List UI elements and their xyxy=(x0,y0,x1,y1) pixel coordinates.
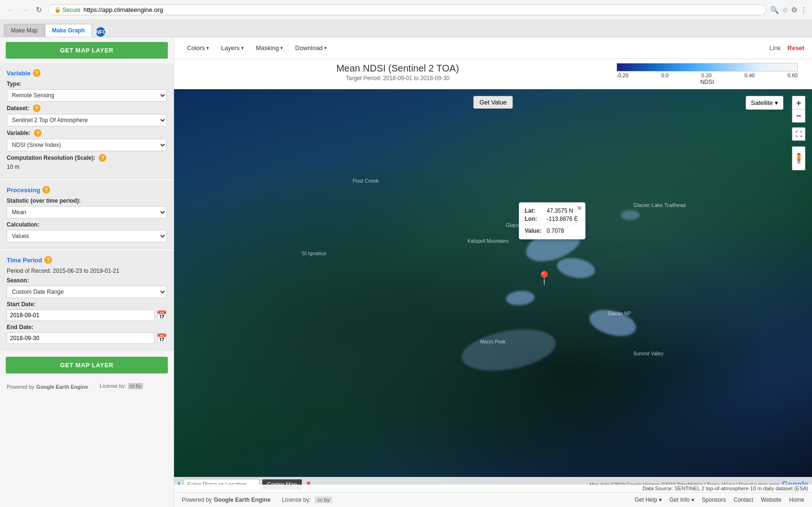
time-period-help-icon[interactable]: ? xyxy=(44,256,52,264)
fullscreen-button[interactable]: ⛶ xyxy=(792,127,805,141)
sidebar: GET MAP LAYER Variable ? Type: Remote Se… xyxy=(0,37,174,507)
search-browser-btn[interactable]: 🔍 xyxy=(770,6,779,14)
tab-make-graph[interactable]: Make Graph xyxy=(45,24,92,37)
ndsi-overlay xyxy=(174,89,812,492)
lock-icon: 🔒 xyxy=(54,7,61,13)
cc-badge: cc by xyxy=(315,497,333,503)
data-source-text: Data Source: SENTINEL 2 top-of-atmospher… xyxy=(174,485,812,492)
tab-make-map[interactable]: Make Map xyxy=(4,24,45,37)
person-icon: 🧍 xyxy=(793,153,805,164)
map-toolbar: Colors ▾ Layers ▾ Masking ▾ Download ▾ L… xyxy=(174,37,812,59)
dataset-help-icon[interactable]: ? xyxy=(33,104,41,112)
statistic-label: Statistic (over time period): xyxy=(7,197,167,204)
contact-link[interactable]: Contact xyxy=(733,497,753,503)
time-period-section: Time Period ? Period of Record: 2015-06-… xyxy=(0,250,174,350)
secure-badge: 🔒 Secure xyxy=(54,7,81,13)
get-info-link[interactable]: Get Info ▾ xyxy=(669,497,694,503)
sponsors-link[interactable]: Sponsors xyxy=(702,497,726,503)
zoom-in-button[interactable]: + xyxy=(792,96,805,109)
map-label-glacier-lake: Glacier Lake Trailhead xyxy=(633,202,686,208)
map-container[interactable]: Post Creek Glacier Peak Glacier Lake Tra… xyxy=(174,89,812,492)
variable-help-icon[interactable]: ? xyxy=(33,69,41,77)
statistic-select[interactable]: Mean xyxy=(7,206,167,218)
end-date-wrap: 📅 xyxy=(7,332,167,344)
popup-close-button[interactable]: ✕ xyxy=(577,205,582,212)
browser-actions: 🔍 ☆ ⚙ ⋮ xyxy=(770,6,807,14)
map-label-kalispell: Kalispell Mountains xyxy=(467,238,508,244)
street-view-person[interactable]: 🧍 xyxy=(792,146,805,170)
dataset-label: Dataset: ? xyxy=(7,104,167,112)
get-value-button[interactable]: Get Value xyxy=(473,96,513,109)
start-date-wrap: 📅 xyxy=(7,310,167,321)
type-select[interactable]: Remote Sensing xyxy=(7,89,167,102)
colorbar-020: 0.20 xyxy=(701,72,711,78)
variable-label: Variable: ? xyxy=(7,129,167,137)
footer-right: Get Help ▾ Get Info ▾ Sponsors Contact W… xyxy=(635,497,804,503)
layers-caret-icon: ▾ xyxy=(241,45,244,51)
website-link[interactable]: Website xyxy=(761,497,781,503)
map-label-post-creek: Post Creek xyxy=(353,178,379,184)
colorbar-060: 0.60 xyxy=(788,72,798,78)
colorbar-min: -0.20 xyxy=(617,72,628,78)
map-type-caret-icon: ▾ xyxy=(775,99,778,106)
get-help-link[interactable]: Get Help ▾ xyxy=(635,497,662,503)
popup-lat-label: Lat: xyxy=(525,207,544,214)
resolution-value: 10 m xyxy=(7,164,167,170)
cc-license-badge: cc by xyxy=(128,383,143,389)
end-date-calendar-icon[interactable]: 📅 xyxy=(156,333,167,343)
download-button[interactable]: Download ▾ xyxy=(290,41,332,54)
popup-lon-value: -113.8876 E xyxy=(547,216,578,222)
variable-section-title: Variable ? xyxy=(7,69,167,77)
popup-lon-row: Lon: -113.8876 E xyxy=(525,216,579,222)
map-subtitle: Target Period: 2018-09-01 to 2018-09-30 xyxy=(184,75,612,82)
menu-btn[interactable]: ⋮ xyxy=(800,6,807,14)
map-type-selector[interactable]: Satellite ▾ xyxy=(746,96,783,110)
end-date-input[interactable] xyxy=(7,332,154,344)
sidebar-footer: Powered by Google Earth Engine License b… xyxy=(0,378,174,393)
back-button[interactable]: ← xyxy=(5,5,17,15)
reset-button[interactable]: Reset xyxy=(788,44,804,52)
calculation-label: Calculation: xyxy=(7,221,167,228)
start-date-calendar-icon[interactable]: 📅 xyxy=(156,310,167,321)
dataset-select[interactable]: Sentinel 2 Top Of Atmosphere xyxy=(7,114,167,126)
season-select[interactable]: Custom Date Range xyxy=(7,286,167,298)
calculation-select[interactable]: Values xyxy=(7,230,167,242)
variable-select[interactable]: NDSI (Snow Index) xyxy=(7,139,167,151)
variable-inner-help-icon[interactable]: ? xyxy=(34,129,41,137)
fullscreen-icon: ⛶ xyxy=(795,130,802,138)
map-pin[interactable]: 📍 xyxy=(536,270,553,286)
layers-button[interactable]: Layers ▾ xyxy=(216,41,249,54)
home-link[interactable]: Home xyxy=(789,497,804,503)
type-label: Type: xyxy=(7,81,167,87)
resolution-help-icon[interactable]: ? xyxy=(99,154,106,162)
resolution-label: Computation Resolution (Scale): ? xyxy=(7,154,167,162)
settings-btn[interactable]: ⚙ xyxy=(791,6,797,14)
get-map-layer-bottom-button[interactable]: GET MAP LAYER xyxy=(6,357,168,373)
popup-lat-value: 47.3575 N xyxy=(547,207,573,214)
colors-button[interactable]: Colors ▾ xyxy=(182,41,214,54)
popup-divider xyxy=(525,225,579,225)
footer-left: Powered by Google Earth Engine License b… xyxy=(182,497,332,503)
start-date-input[interactable] xyxy=(7,310,154,321)
get-map-layer-top-button[interactable]: GET MAP LAYER xyxy=(6,42,168,59)
popup-value-value: 0.7078 xyxy=(547,228,565,234)
browser-bar: ← → ↻ 🔒 Secure https://app.climateengine… xyxy=(0,0,812,20)
link-button[interactable]: Link xyxy=(770,44,781,52)
colorbar-gradient xyxy=(617,63,798,72)
bookmark-btn[interactable]: ☆ xyxy=(782,6,788,14)
popup-lat-row: Lat: 47.3575 N xyxy=(525,207,579,214)
colors-caret-icon: ▾ xyxy=(206,45,209,51)
footer: Powered by Google Earth Engine License b… xyxy=(174,492,812,507)
masking-caret-icon: ▾ xyxy=(280,45,283,51)
map-header: Mean NDSI (Sentinel 2 TOA) Target Period… xyxy=(174,59,812,89)
processing-section-title: Processing ? xyxy=(7,186,167,194)
forward-button[interactable]: → xyxy=(19,5,31,15)
zoom-out-button[interactable]: − xyxy=(792,109,805,123)
refresh-button[interactable]: ↻ xyxy=(33,4,44,15)
masking-button[interactable]: Masking ▾ xyxy=(251,41,288,54)
processing-help-icon[interactable]: ? xyxy=(42,186,50,194)
map-label-marys-peak: Marys Peak xyxy=(480,339,505,344)
info-button[interactable]: INFO xyxy=(96,27,105,37)
address-bar[interactable]: 🔒 Secure https://app.climateengine.org xyxy=(48,4,766,15)
colorbar-block: -0.20 0.0 0.20 0.40 0.60 NDSI xyxy=(612,63,802,85)
